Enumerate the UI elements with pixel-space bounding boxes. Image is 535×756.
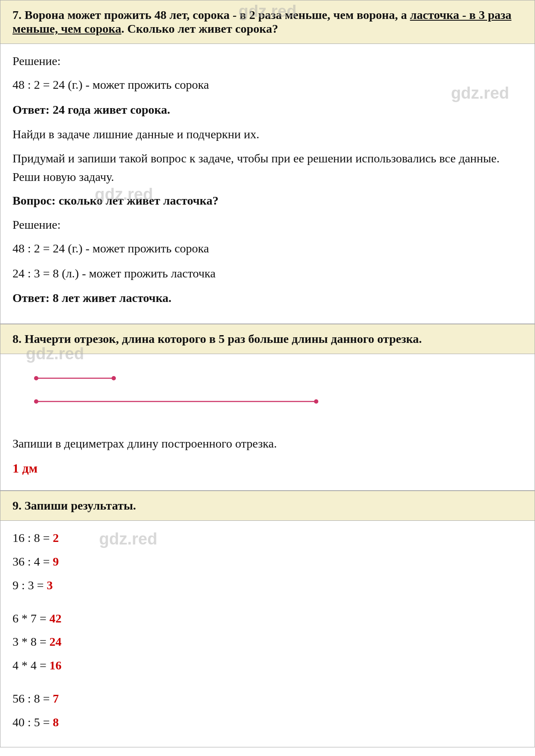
svg-point-4 — [34, 399, 38, 404]
section-9-header: 9. Запиши результаты. — [0, 491, 535, 521]
math-line-0: 16 : 8 = 2 — [12, 529, 523, 548]
result-5: 16 — [50, 659, 62, 672]
svg-point-1 — [34, 376, 38, 380]
result-6: 7 — [53, 692, 59, 705]
math-line-2: 9 : 3 = 3 — [12, 576, 523, 595]
step1: 48 : 2 = 24 (г.) - может прожить сорока — [12, 75, 523, 94]
result-1: 9 — [53, 555, 59, 568]
result-4: 24 — [50, 635, 62, 648]
answer2: Ответ: 8 лет живет ласточка. — [12, 289, 523, 307]
section-7-underline: ласточка - в 3 раза меньше, чем сорока — [12, 8, 511, 35]
math-line-6: 56 : 8 = 7 — [12, 689, 523, 709]
section-8-header: 8. Начерти отрезок, длина которого в 5 р… — [0, 324, 535, 354]
section-7-title: 7. Ворона может прожить 48 лет, сорока -… — [12, 8, 511, 35]
section-8-instruction: Запиши в дециметрах длину построенного о… — [12, 434, 523, 453]
step2a: 48 : 2 = 24 (г.) - может прожить сорока — [12, 239, 523, 258]
svg-point-5 — [314, 399, 318, 404]
instruction2: Придумай и запиши такой вопрос к задаче,… — [12, 149, 523, 187]
answer1: Ответ: 24 года живет сорока. — [12, 100, 523, 119]
math-line-5: 4 * 4 = 16 — [12, 656, 523, 675]
result-2: 3 — [47, 579, 53, 592]
section-8: 8. Начерти отрезок, длина которого в 5 р… — [0, 324, 535, 491]
section-8-body: gdz.red Запиши в дециметрах длину постро… — [0, 354, 535, 490]
section-9-body: gdz.red 16 : 8 = 2 36 : 4 = 9 9 : 3 = 3 … — [0, 521, 535, 747]
segment-drawing — [12, 366, 523, 426]
section-8-answer: 1 дм — [12, 458, 523, 479]
math-line-4: 3 * 8 = 24 — [12, 632, 523, 652]
section-7: 7. Ворона может прожить 48 лет, сорока -… — [0, 0, 535, 324]
section-9: 9. Запиши результаты. gdz.red 16 : 8 = 2… — [0, 491, 535, 747]
section-7-body: gdz.red Решение: 48 : 2 = 24 (г.) - може… — [0, 44, 535, 324]
step2b: 24 : 3 = 8 (л.) - может прожить ласточка — [12, 264, 523, 283]
math-line-1: 36 : 4 = 9 — [12, 552, 523, 572]
instruction1: Найди в задаче лишние данные и подчеркни… — [12, 125, 523, 143]
small-segment-svg — [36, 375, 131, 388]
large-segment-svg — [36, 397, 338, 410]
question-label: Вопрос: сколько лет живет ласточка? — [12, 191, 523, 210]
solution-label-1: Решение: — [12, 52, 523, 70]
result-7: 8 — [53, 716, 59, 729]
section-8-title: 8. Начерти отрезок, длина которого в 5 р… — [12, 332, 422, 345]
solution-label-2: Решение: — [12, 215, 523, 234]
math-line-7: 40 : 5 = 8 — [12, 713, 523, 732]
section-7-header: 7. Ворона может прожить 48 лет, сорока -… — [0, 0, 535, 44]
svg-point-2 — [112, 376, 116, 380]
result-3: 42 — [50, 612, 62, 625]
math-line-3: 6 * 7 = 42 — [12, 609, 523, 628]
section-9-title: 9. Запиши результаты. — [12, 499, 136, 512]
result-0: 2 — [53, 531, 59, 544]
